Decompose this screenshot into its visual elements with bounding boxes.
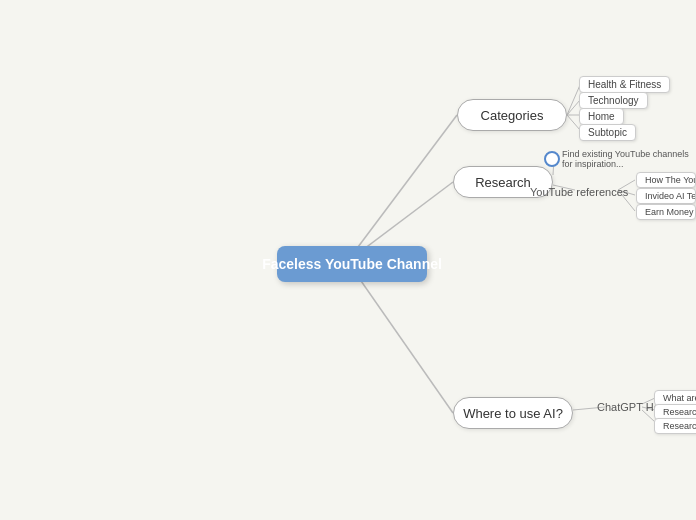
svg-line-2 (352, 268, 453, 413)
where-to-use-node[interactable]: Where to use AI? (453, 397, 573, 429)
find-circle-icon (544, 151, 560, 167)
tag-technology[interactable]: Technology (579, 92, 648, 109)
tag-home[interactable]: Home (579, 108, 624, 125)
youtube-ref-label: YouTube references (530, 186, 628, 198)
tag-subtopic[interactable]: Subtopic (579, 124, 636, 141)
tag-where3[interactable]: Research ... (654, 418, 696, 434)
tag-ref1[interactable]: How The YouTube A... (636, 172, 696, 188)
svg-line-0 (352, 115, 457, 255)
find-circle-label: Find existing YouTube channels for inspi… (562, 149, 696, 169)
main-node[interactable]: Faceless YouTube Channel (277, 246, 427, 282)
tag-ref3[interactable]: Earn Money with Ch... (636, 204, 696, 220)
tag-ref2[interactable]: Invideo AI Text to V... (636, 188, 696, 204)
tag-health-fitness[interactable]: Health & Fitness (579, 76, 670, 93)
mind-map-canvas: Faceless YouTube Channel Categories Rese… (0, 0, 696, 520)
categories-node[interactable]: Categories (457, 99, 567, 131)
